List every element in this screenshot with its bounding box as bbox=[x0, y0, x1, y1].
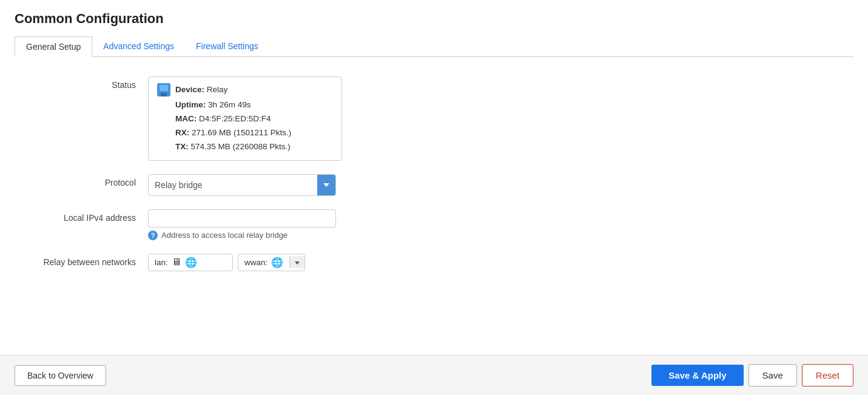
save-button[interactable]: Save bbox=[749, 364, 797, 387]
protocol-control: Relay bridge bbox=[148, 174, 512, 196]
lan-icon2: 🌐 bbox=[185, 257, 197, 268]
save-apply-button[interactable]: Save & Apply bbox=[651, 365, 743, 386]
tab-firewall-settings[interactable]: Firewall Settings bbox=[185, 36, 269, 57]
status-row: Status Device: Relay Uptime: bbox=[15, 76, 853, 161]
relay-wwan-label: wwan: bbox=[244, 258, 267, 267]
relay-label: Relay between networks bbox=[15, 254, 148, 267]
device-icon bbox=[157, 83, 170, 96]
back-to-overview-button[interactable]: Back to Overview bbox=[15, 365, 106, 386]
chevron-down-icon bbox=[323, 183, 329, 187]
ipv4-control: ? Address to access local relay bridge bbox=[148, 209, 512, 240]
tab-general-setup[interactable]: General Setup bbox=[15, 36, 92, 57]
status-box: Device: Relay Uptime: 3h 26m 49s MAC: bbox=[148, 76, 342, 161]
protocol-row: Protocol Relay bridge bbox=[15, 174, 853, 196]
footer-right-buttons: Save & Apply Save Reset bbox=[651, 364, 853, 387]
protocol-label: Protocol bbox=[15, 174, 148, 187]
status-header: Device: Relay bbox=[157, 83, 333, 97]
ipv4-hint-text: Address to access local relay bridge bbox=[161, 231, 288, 240]
relay-row: Relay between networks lan: 🖥 🌐 wwan: 🌐 bbox=[15, 254, 853, 271]
relay-wwan-select[interactable]: wwan: 🌐 bbox=[238, 254, 305, 271]
ipv4-hint-row: ? Address to access local relay bridge bbox=[148, 231, 512, 240]
tx-line: TX: 574.35 MB (2260088 Pkts.) bbox=[175, 140, 333, 154]
relay-lan-box: lan: 🖥 🌐 bbox=[148, 254, 233, 271]
relay-wwan-arrow[interactable] bbox=[289, 256, 304, 268]
relay-lan-label: lan: bbox=[155, 258, 168, 267]
lan-icon1: 🖥 bbox=[172, 257, 181, 268]
status-text: Device: Relay bbox=[175, 83, 227, 97]
relay-control: lan: 🖥 🌐 wwan: 🌐 bbox=[148, 254, 512, 271]
mac-line: MAC: D4:5F:25:ED:5D:F4 bbox=[175, 112, 333, 126]
status-details: Uptime: 3h 26m 49s MAC: D4:5F:25:ED:5D:F… bbox=[157, 98, 333, 154]
protocol-value: Relay bridge bbox=[149, 177, 317, 194]
rx-line: RX: 271.69 MB (1501211 Pkts.) bbox=[175, 126, 333, 140]
ipv4-label: Local IPv4 address bbox=[15, 209, 148, 223]
main-content: Common Configuration General Setup Advan… bbox=[0, 0, 868, 355]
tab-advanced-settings[interactable]: Advanced Settings bbox=[92, 36, 185, 57]
protocol-dropdown-btn[interactable] bbox=[317, 175, 335, 195]
hint-icon: ? bbox=[148, 231, 158, 240]
relay-networks: lan: 🖥 🌐 wwan: 🌐 bbox=[148, 254, 512, 271]
page-title: Common Configuration bbox=[15, 11, 853, 27]
uptime-line: Uptime: 3h 26m 49s bbox=[175, 98, 333, 112]
relay-wwan-text: wwan: 🌐 bbox=[238, 254, 289, 271]
form-section: Status Device: Relay Uptime: bbox=[15, 72, 853, 289]
ipv4-input[interactable] bbox=[148, 209, 336, 228]
footer-bar: Back to Overview Save & Apply Save Reset bbox=[0, 355, 868, 395]
ipv4-row: Local IPv4 address ? Address to access l… bbox=[15, 209, 853, 240]
status-control: Device: Relay Uptime: 3h 26m 49s MAC: bbox=[148, 76, 512, 161]
tabs-bar: General Setup Advanced Settings Firewall… bbox=[15, 36, 853, 57]
wwan-icon: 🌐 bbox=[271, 257, 283, 268]
chevron-down-wwan-icon bbox=[295, 262, 300, 265]
page-wrapper: Common Configuration General Setup Advan… bbox=[0, 0, 868, 395]
protocol-select[interactable]: Relay bridge bbox=[148, 174, 336, 196]
reset-button[interactable]: Reset bbox=[802, 364, 853, 387]
status-label: Status bbox=[15, 76, 148, 90]
